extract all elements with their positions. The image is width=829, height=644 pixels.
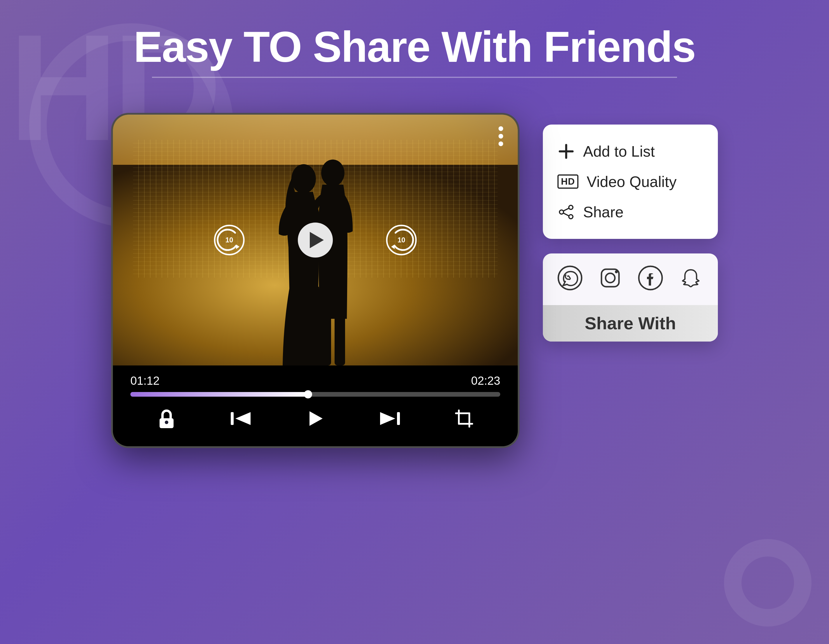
svg-point-23 — [569, 205, 573, 209]
instagram-svg — [597, 265, 623, 291]
forward-button[interactable]: 10 — [385, 224, 418, 256]
play-icon — [310, 232, 324, 248]
whatsapp-svg — [557, 265, 583, 291]
video-area[interactable]: 10 10 — [113, 115, 518, 365]
share-item[interactable]: Share — [558, 197, 703, 227]
forward-icon: 10 — [385, 224, 418, 256]
couple-silhouette — [240, 156, 391, 365]
svg-marker-5 — [236, 244, 240, 249]
next-button[interactable] — [378, 409, 401, 428]
progress-area: 01:12 02:23 — [113, 365, 518, 446]
facebook-svg — [638, 265, 664, 291]
share-icon — [558, 205, 575, 220]
play-button[interactable] — [298, 222, 333, 258]
context-menu: Add to List HD Video Quality — [543, 124, 718, 239]
crop-button[interactable] — [455, 409, 473, 428]
svg-point-30 — [605, 273, 615, 283]
prev-button[interactable] — [230, 409, 253, 428]
svg-rect-2 — [321, 313, 331, 365]
svg-point-0 — [292, 164, 316, 194]
svg-marker-8 — [391, 244, 395, 249]
play-pause-icon — [307, 410, 324, 427]
lock-button[interactable] — [157, 408, 176, 429]
progress-thumb — [304, 390, 312, 398]
title-underline — [152, 77, 677, 78]
video-player: 10 10 — [111, 113, 520, 448]
svg-marker-13 — [235, 412, 251, 425]
plus-svg — [559, 144, 574, 159]
control-overlay: 10 10 — [113, 222, 518, 258]
instagram-icon[interactable] — [597, 265, 623, 296]
share-label: Share — [583, 203, 624, 221]
svg-marker-14 — [309, 411, 323, 426]
hd-icon: HD — [558, 175, 578, 189]
page-title: Easy TO Share With Friends — [134, 23, 695, 71]
svg-point-31 — [615, 270, 618, 273]
right-panel: Add to List HD Video Quality — [543, 124, 718, 342]
snapchat-icon[interactable] — [678, 265, 704, 296]
play-pause-button[interactable] — [307, 410, 324, 427]
bg-circle-2 — [724, 539, 812, 627]
lock-icon — [157, 408, 176, 429]
next-icon — [378, 409, 401, 428]
svg-text:10: 10 — [225, 236, 233, 244]
svg-line-26 — [564, 208, 569, 211]
svg-point-1 — [321, 159, 345, 186]
dot-2 — [498, 134, 503, 139]
rewind-button[interactable]: 10 — [213, 224, 245, 256]
share-svg — [559, 205, 574, 220]
svg-rect-12 — [231, 412, 234, 425]
rewind-icon: 10 — [213, 224, 245, 256]
svg-point-24 — [569, 215, 573, 219]
whatsapp-icon[interactable] — [557, 265, 583, 296]
prev-icon — [230, 409, 253, 428]
svg-point-11 — [165, 420, 168, 424]
bottom-controls — [131, 408, 500, 438]
snapchat-svg — [678, 265, 704, 291]
add-to-list-item[interactable]: Add to List — [558, 136, 703, 167]
dot-1 — [498, 126, 503, 131]
share-bar: Share With — [543, 254, 718, 342]
svg-rect-3 — [334, 313, 345, 365]
progress-fill — [131, 392, 308, 397]
three-dots-button[interactable] — [498, 126, 503, 146]
facebook-icon[interactable] — [638, 265, 664, 296]
plus-icon — [558, 144, 575, 159]
video-quality-item[interactable]: HD Video Quality — [558, 167, 703, 197]
svg-rect-15 — [397, 412, 400, 425]
svg-marker-16 — [380, 412, 395, 425]
svg-line-27 — [564, 213, 569, 216]
dot-3 — [498, 142, 503, 146]
svg-point-25 — [559, 210, 564, 214]
time-current: 01:12 — [131, 374, 159, 387]
crop-icon — [455, 409, 473, 428]
share-with-label: Share With — [543, 305, 718, 342]
time-total: 02:23 — [471, 374, 500, 387]
svg-text:10: 10 — [397, 236, 405, 244]
video-quality-label: Video Quality — [586, 173, 676, 191]
progress-bar[interactable] — [131, 392, 500, 397]
social-icons-row — [543, 254, 718, 305]
time-row: 01:12 02:23 — [131, 374, 500, 387]
add-to-list-label: Add to List — [583, 143, 655, 160]
